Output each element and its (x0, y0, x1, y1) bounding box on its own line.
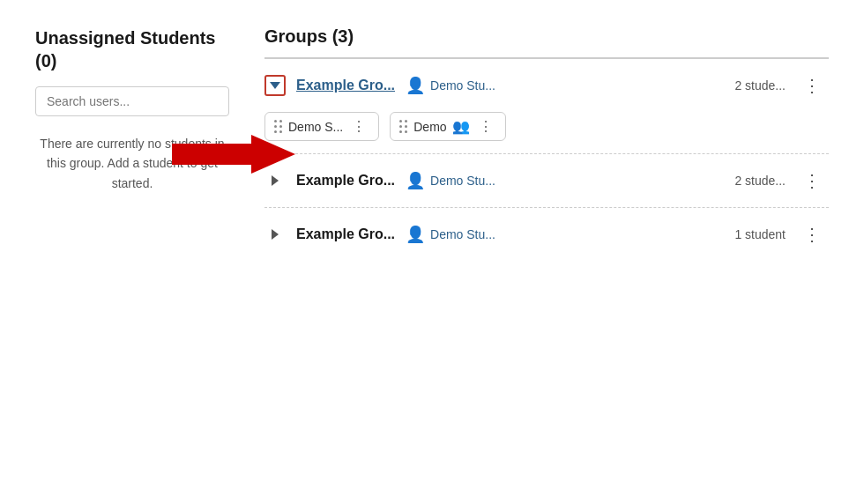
sub-item-more-2[interactable]: ⋮ (475, 118, 496, 135)
group-row-2: Example Gro... 👤 Demo Stu... 2 stude... … (264, 154, 829, 208)
group-name-3[interactable]: Example Gro... (296, 226, 395, 242)
group-teacher-1[interactable]: 👤 Demo Stu... (406, 76, 717, 95)
chevron-right-icon-3 (272, 229, 279, 240)
sub-item-label-2: Demo (413, 120, 446, 134)
group-name-2[interactable]: Example Gro... (296, 173, 395, 189)
sub-item-2[interactable]: Demo 👥 ⋮ (390, 112, 505, 141)
sub-item-label-1: Demo S... (288, 120, 343, 134)
groups-header: Groups (3) (264, 26, 829, 47)
group-icon: 👥 (452, 118, 470, 135)
user-icon-3: 👤 (406, 225, 425, 244)
teacher-name-3: Demo Stu... (430, 227, 495, 241)
user-icon-2: 👤 (406, 171, 425, 190)
drag-handle-icon-2 (399, 120, 408, 134)
teacher-name-1: Demo Stu... (430, 78, 495, 93)
chevron-down-icon (270, 82, 280, 89)
student-count-1: 2 stude... (734, 78, 786, 93)
right-panel: Groups (3) Example Gro... 👤 Demo Stu... … (264, 26, 829, 478)
group-name-1[interactable]: Example Gro... (296, 78, 395, 93)
more-menu-3[interactable]: ⋮ (796, 220, 829, 248)
group-row: Example Gro... 👤 Demo Stu... 2 stude... … (264, 58, 829, 154)
sub-item-1[interactable]: Demo S... ⋮ (264, 112, 379, 141)
drag-handle-icon (274, 120, 283, 134)
more-menu-2[interactable]: ⋮ (796, 167, 829, 195)
student-count-3: 1 student (734, 227, 786, 241)
student-count-2: 2 stude... (734, 174, 786, 188)
search-input[interactable] (35, 86, 229, 116)
expand-button-group1[interactable] (264, 75, 286, 96)
user-icon: 👤 (406, 76, 425, 95)
group-teacher-3[interactable]: 👤 Demo Stu... (406, 225, 717, 244)
expand-button-group3[interactable] (264, 224, 286, 245)
empty-message: There are currently no students in this … (35, 134, 229, 193)
group-row-3: Example Gro... 👤 Demo Stu... 1 student ⋮ (264, 208, 829, 261)
sub-items-group1: Demo S... ⋮ Demo 👥 ⋮ (264, 112, 829, 141)
left-panel: Unassigned Students (0) There are curren… (35, 26, 229, 478)
chevron-right-icon (272, 175, 279, 186)
teacher-name-2: Demo Stu... (430, 174, 495, 188)
more-menu-1[interactable]: ⋮ (796, 71, 829, 100)
unassigned-title: Unassigned Students (0) (35, 26, 229, 72)
group-teacher-2[interactable]: 👤 Demo Stu... (406, 171, 717, 190)
expand-button-group2[interactable] (264, 170, 286, 191)
sub-item-more-1[interactable]: ⋮ (348, 118, 369, 135)
